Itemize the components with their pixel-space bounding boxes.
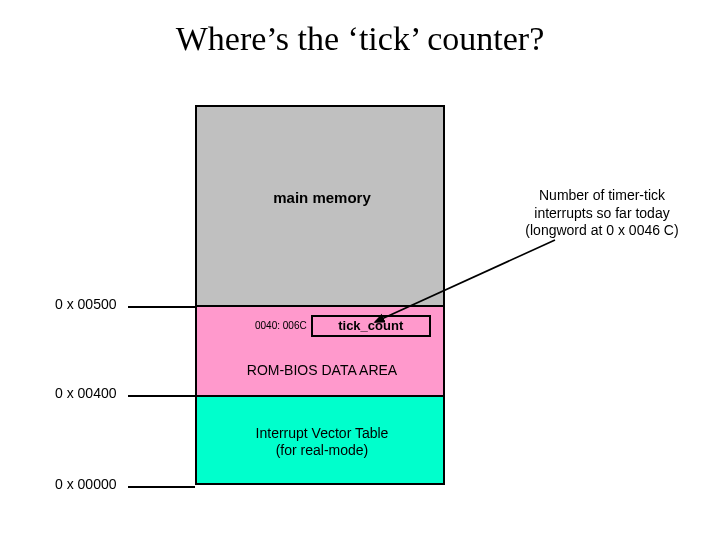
annotation-note: Number of timer-tick interrupts so far t… [502, 187, 702, 240]
note-line2: interrupts so far today [534, 205, 669, 221]
region-rom-bios-label: ROM-BIOS DATA AREA [197, 362, 447, 378]
region-ivt: Interrupt Vector Table (for real-mode) [195, 395, 445, 485]
addr-00000-line [128, 486, 195, 488]
addr-00400-line [128, 395, 195, 397]
region-ivt-label: Interrupt Vector Table (for real-mode) [197, 425, 447, 459]
memory-diagram: main memory 0040: 006C tick_count ROM-BI… [195, 105, 445, 485]
note-line3: (longword at 0 x 0046 C) [525, 222, 678, 238]
note-line1: Number of timer-tick [539, 187, 665, 203]
region-rom-bios: 0040: 006C tick_count ROM-BIOS DATA AREA [195, 305, 445, 395]
ivt-label-line2: (for real-mode) [276, 442, 369, 458]
tick-count-row: 0040: 006C tick_count [255, 315, 431, 337]
addr-00500: 0 x 00500 [55, 296, 117, 312]
tick-count-addr: 0040: 006C [255, 315, 311, 337]
region-main-memory-label: main memory [197, 189, 447, 206]
ivt-label-line1: Interrupt Vector Table [256, 425, 389, 441]
slide-title: Where’s the ‘tick’ counter? [0, 20, 720, 58]
region-main-memory: main memory [195, 105, 445, 305]
addr-00500-line [128, 306, 195, 308]
addr-00000: 0 x 00000 [55, 476, 117, 492]
addr-00400: 0 x 00400 [55, 385, 117, 401]
tick-count-cell: tick_count [311, 315, 431, 337]
